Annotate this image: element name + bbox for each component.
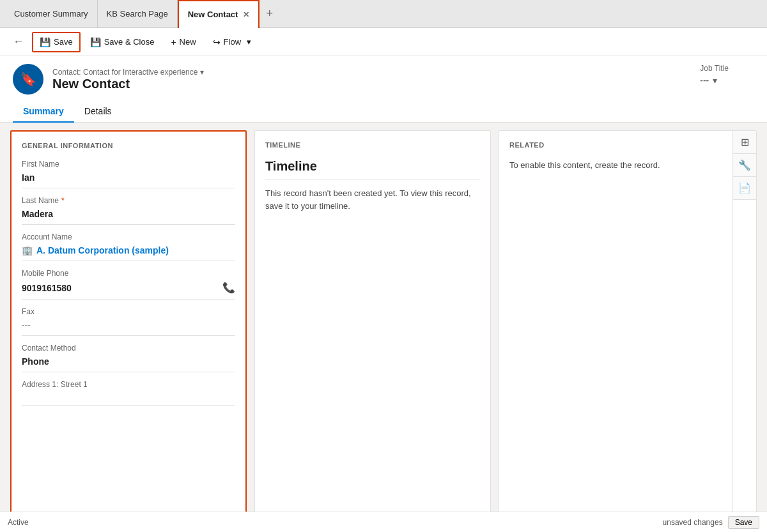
related-section-title: RELATED xyxy=(509,141,746,149)
mobile-phone-label: Mobile Phone xyxy=(22,269,235,278)
general-info-title: GENERAL INFORMATION xyxy=(22,142,235,149)
timeline-section-title: TIMELINE xyxy=(265,141,480,149)
tab-details[interactable]: Details xyxy=(74,101,122,123)
status-bar: Active unsaved changes Save xyxy=(0,512,767,532)
status-label: Active xyxy=(8,518,29,527)
fax-label: Fax xyxy=(22,307,235,316)
save-button[interactable]: 💾 Save xyxy=(32,32,81,52)
account-name-field: Account Name 🏢 A. Datum Corporation (sam… xyxy=(22,232,235,261)
tab-customer-summary[interactable]: Customer Summary xyxy=(5,0,98,27)
related-message: To enable this content, create the recor… xyxy=(509,159,746,172)
entity-label-chevron-icon: ▾ xyxy=(200,68,204,77)
last-name-required-icon: * xyxy=(61,196,65,205)
grid-icon: ⊞ xyxy=(741,136,749,148)
flow-icon: ↪ xyxy=(213,37,221,47)
job-title-section: Job Title --- ▾ xyxy=(700,64,754,86)
new-icon: + xyxy=(171,37,176,47)
first-name-field: First Name Ian xyxy=(22,160,235,188)
account-link-icon: 🏢 xyxy=(22,245,33,255)
last-name-value[interactable]: Madera xyxy=(22,206,235,225)
general-info-card: GENERAL INFORMATION First Name Ian Last … xyxy=(10,130,247,526)
address-street-value[interactable] xyxy=(22,390,235,406)
mobile-phone-field: Mobile Phone 9019161580 📞 xyxy=(22,269,235,300)
toolbar: ← 💾 Save 💾 Save & Close + New ↪ Flow ▾ xyxy=(0,28,767,56)
save-icon: 💾 xyxy=(40,37,50,47)
timeline-card: TIMELINE Timeline This record hasn't bee… xyxy=(254,130,491,526)
related-card: RELATED To enable this content, create t… xyxy=(499,130,757,526)
avatar-icon: 🔖 xyxy=(20,72,36,87)
entity-info: Contact: Contact for Interactive experie… xyxy=(52,68,204,91)
timeline-heading: Timeline xyxy=(265,159,480,174)
last-name-field: Last Name * Madera xyxy=(22,196,235,225)
avatar: 🔖 xyxy=(13,64,43,95)
tab-bar: Customer Summary KB Search Page New Cont… xyxy=(0,0,767,28)
unsaved-changes-label: unsaved changes xyxy=(663,518,723,527)
grid-view-button[interactable]: ⊞ xyxy=(733,131,756,154)
fax-field: Fax --- xyxy=(22,307,235,336)
address-street-label: Address 1: Street 1 xyxy=(22,380,235,389)
phone-icon: 📞 xyxy=(222,282,235,294)
contact-method-field: Contact Method Phone xyxy=(22,344,235,372)
tab-summary[interactable]: Summary xyxy=(13,101,74,123)
page-header: 🔖 Contact: Contact for Interactive exper… xyxy=(0,56,767,123)
address-street-field: Address 1: Street 1 xyxy=(22,380,235,406)
flow-button[interactable]: ↪ Flow ▾ xyxy=(206,33,258,52)
document-button[interactable]: 📄 xyxy=(733,177,756,200)
timeline-message: This record hasn't been created yet. To … xyxy=(265,187,480,212)
contact-method-value[interactable]: Phone xyxy=(22,354,235,372)
save-close-icon: 💾 xyxy=(90,37,101,47)
wrench-icon: 🔧 xyxy=(738,159,751,171)
job-title-value: --- ▾ xyxy=(700,75,729,86)
account-name-value[interactable]: 🏢 A. Datum Corporation (sample) xyxy=(22,243,235,261)
status-save-button[interactable]: Save xyxy=(728,516,759,529)
contact-method-label: Contact Method xyxy=(22,344,235,353)
save-close-button[interactable]: 💾 Save & Close xyxy=(83,33,162,52)
main-content: GENERAL INFORMATION First Name Ian Last … xyxy=(0,123,767,532)
last-name-label: Last Name * xyxy=(22,196,235,205)
status-bar-right: unsaved changes Save xyxy=(663,516,759,529)
mobile-phone-value[interactable]: 9019161580 📞 xyxy=(22,279,235,300)
entity-label[interactable]: Contact: Contact for Interactive experie… xyxy=(52,68,204,77)
new-button[interactable]: + New xyxy=(164,33,203,52)
timeline-divider xyxy=(265,179,480,179)
related-side-buttons: ⊞ 🔧 📄 xyxy=(732,131,756,525)
entity-name: New Contact xyxy=(52,77,204,91)
flow-dropdown-icon: ▾ xyxy=(247,37,251,47)
wrench-button[interactable]: 🔧 xyxy=(733,154,756,177)
back-button[interactable]: ← xyxy=(8,35,29,49)
first-name-label: First Name xyxy=(22,160,235,169)
job-title-label: Job Title xyxy=(700,64,729,73)
fax-value[interactable]: --- xyxy=(22,317,235,336)
job-title-chevron-icon[interactable]: ▾ xyxy=(713,75,717,86)
tab-new-contact[interactable]: New Contact ✕ xyxy=(178,0,260,28)
first-name-value[interactable]: Ian xyxy=(22,170,235,188)
document-icon: 📄 xyxy=(738,182,751,194)
nav-tabs: Summary Details xyxy=(13,101,754,122)
account-name-label: Account Name xyxy=(22,232,235,241)
add-tab-button[interactable]: + xyxy=(260,0,279,27)
tab-kb-search[interactable]: KB Search Page xyxy=(98,0,178,27)
close-tab-icon[interactable]: ✕ xyxy=(243,10,249,19)
